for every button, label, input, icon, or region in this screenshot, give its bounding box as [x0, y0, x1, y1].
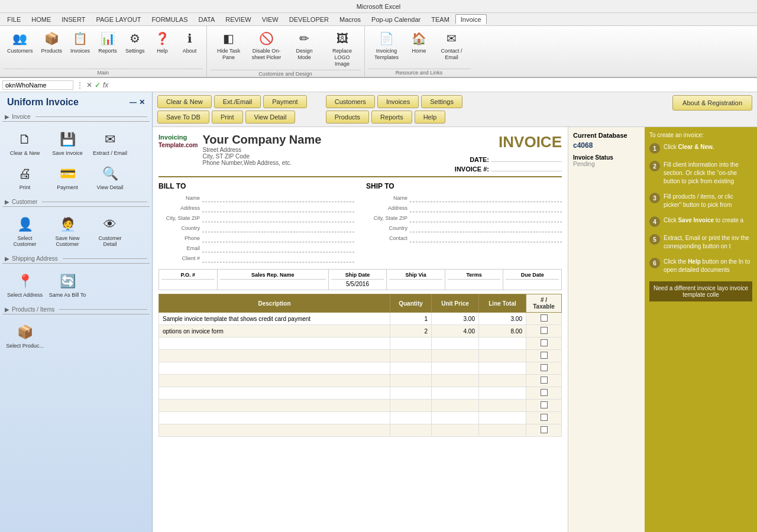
menu-data[interactable]: DATA: [194, 15, 220, 24]
taxable-checkbox-3[interactable]: [541, 339, 548, 346]
sidebar-invoice-collapse-icon[interactable]: ▶: [5, 113, 9, 120]
bill-city-label: City, State ZIP: [158, 215, 200, 221]
main-layout: Uniform Invoice — ✕ ▶ Invoice 🗋 Clear & …: [0, 92, 757, 532]
toolbar-help-btn[interactable]: Help: [415, 111, 446, 124]
sidebar-minimize-icon[interactable]: —: [130, 98, 137, 106]
taxable-checkbox-2[interactable]: [541, 327, 548, 334]
sidebar-products-items-header: ▶ Products / Items: [2, 305, 150, 314]
bill-email-field[interactable]: [202, 244, 354, 252]
bill-phone-field[interactable]: [202, 234, 354, 242]
menu-macros[interactable]: Macros: [335, 15, 365, 24]
menu-file[interactable]: FILE: [2, 15, 25, 24]
taxable-checkbox-6[interactable]: [541, 377, 548, 384]
bill-city-field[interactable]: [202, 214, 354, 222]
sidebar-item-print[interactable]: 🖨 Print: [5, 161, 45, 193]
sidebar-item-select-address[interactable]: 📍 Select Address: [5, 268, 45, 300]
sidebar-section-shipping: ▶ Shipping Address 📍 Select Address 🔄 Sa…: [2, 254, 150, 303]
sidebar-item-customer-detail[interactable]: 👁 Customer Detail: [90, 212, 130, 249]
bill-country-field[interactable]: [202, 224, 354, 232]
menu-home[interactable]: HOME: [27, 15, 56, 24]
toolbar-invoices-btn[interactable]: Invoices: [377, 95, 419, 108]
ship-address-field[interactable]: [410, 204, 562, 212]
taxable-checkbox-10[interactable]: [541, 426, 548, 433]
ribbon-products-btn[interactable]: 📦 Products: [38, 27, 66, 67]
toolbar-view-detail-btn[interactable]: View Detail: [245, 111, 296, 124]
sidebar-item-same-as-bill[interactable]: 🔄 Same As Bill To: [47, 268, 88, 300]
step-2-num: 2: [649, 161, 660, 171]
taxable-checkbox-5[interactable]: [541, 364, 548, 371]
menu-developer[interactable]: DEVELOPER: [284, 15, 334, 24]
ribbon-reports-label: Reports: [98, 48, 117, 54]
ribbon-products-label: Products: [41, 48, 63, 54]
ribbon-design-mode-btn[interactable]: ✏ Design Mode: [286, 27, 323, 69]
toolbar-clear-new-btn[interactable]: Clear & New: [157, 95, 212, 108]
sidebar-item-clear-new[interactable]: 🗋 Clear & New: [5, 126, 45, 158]
bill-address-field[interactable]: [202, 204, 354, 212]
ribbon-invoicing-templates-btn[interactable]: 📄 Invoicing Templates: [368, 27, 405, 67]
toolbar-print-btn[interactable]: Print: [212, 111, 243, 124]
sidebar-item-save-invoice[interactable]: 💾 Save Invoice: [47, 126, 88, 158]
step-3-num: 3: [649, 193, 660, 203]
ribbon-settings-btn[interactable]: ⚙ Settings: [122, 27, 148, 67]
sidebar-item-select-customer[interactable]: 👤 Select Customer: [5, 212, 45, 249]
taxable-checkbox-4[interactable]: [541, 352, 548, 359]
toolbar-save-to-db-btn[interactable]: Save To DB: [157, 111, 209, 124]
toolbar-payment-btn[interactable]: Payment: [263, 95, 306, 108]
toolbar-about-registration-btn[interactable]: About & Registration: [672, 95, 752, 111]
menu-invoice[interactable]: Invoice: [455, 14, 487, 24]
menu-popup-calendar[interactable]: Pop-up Calendar: [367, 15, 425, 24]
menu-team[interactable]: TEAM: [426, 15, 454, 24]
formula-function-icon[interactable]: fx: [103, 81, 108, 89]
menu-view[interactable]: VIEW: [257, 15, 283, 24]
line-item-row-6: [159, 375, 562, 387]
ribbon-reports-btn[interactable]: 📊 Reports: [95, 27, 121, 67]
ribbon-about-btn[interactable]: ℹ About: [177, 27, 203, 67]
toolbar-settings-btn[interactable]: Settings: [421, 95, 462, 108]
sidebar-products-items-collapse-icon[interactable]: ▶: [5, 306, 9, 313]
ribbon-hide-task-pane-btn[interactable]: ◧ Hide Task Pane: [211, 27, 247, 69]
menu-page-layout[interactable]: PAGE LAYOUT: [91, 15, 145, 24]
ribbon-invoices-btn[interactable]: 📋 Invoices: [67, 27, 93, 67]
po-val-ship-date: 5/5/2016: [331, 281, 384, 287]
ribbon-customers-btn[interactable]: 👥 Customers: [4, 27, 37, 67]
toolbar-customers-btn[interactable]: Customers: [326, 95, 375, 108]
ribbon-replace-logo-btn[interactable]: 🖼 Replace LOGO Image: [324, 27, 361, 69]
sidebar-item-view-detail[interactable]: 🔍 View Detail: [90, 161, 130, 193]
taxable-checkbox-8[interactable]: [541, 401, 548, 408]
ship-name-field[interactable]: [410, 194, 562, 202]
toolbar-reports-btn[interactable]: Reports: [371, 111, 412, 124]
ribbon-help-btn[interactable]: ❓ Help: [150, 27, 176, 67]
taxable-checkbox-1[interactable]: [541, 314, 548, 322]
sidebar-close-icon[interactable]: ✕: [139, 98, 145, 106]
taxable-checkbox-7[interactable]: [541, 389, 548, 396]
ribbon-home-btn[interactable]: 🏠 Home: [406, 27, 432, 67]
name-box[interactable]: [2, 80, 73, 90]
sidebar-item-extract-email[interactable]: ✉ Extract / Email: [90, 126, 130, 158]
toolbar-products-btn[interactable]: Products: [326, 111, 369, 124]
formula-input[interactable]: [111, 81, 755, 89]
toolbar-ext-email-btn[interactable]: Ext./Email: [214, 95, 261, 108]
bill-name-field[interactable]: [202, 194, 354, 202]
menu-formulas[interactable]: FORMULAS: [147, 15, 192, 24]
menu-bar: FILE HOME INSERT PAGE LAYOUT FORMULAS DA…: [0, 13, 757, 26]
line-item-row-9: [159, 412, 562, 424]
menu-review[interactable]: REVIEW: [221, 15, 255, 24]
ship-country-field[interactable]: [410, 224, 562, 232]
bill-client-field[interactable]: [202, 254, 354, 262]
ribbon-contact-email-btn[interactable]: ✉ Contact / Email: [434, 27, 470, 67]
ribbon-disable-on-sheet-btn[interactable]: 🚫 Disable On-sheet Picker: [248, 27, 285, 69]
content-area: Clear & New Ext./Email Payment Save To D…: [153, 92, 757, 532]
ship-contact-field[interactable]: [410, 234, 562, 242]
step-2: 2 Fill client information into the secti…: [649, 161, 752, 186]
sidebar-item-payment[interactable]: 💳 Payment: [47, 161, 88, 193]
ship-city-field[interactable]: [410, 214, 562, 222]
formula-confirm-icon[interactable]: ✓: [95, 81, 101, 89]
sidebar-shipping-collapse-icon[interactable]: ▶: [5, 255, 9, 262]
formula-cancel-icon[interactable]: ✕: [86, 81, 92, 89]
taxable-checkbox-9[interactable]: [541, 414, 548, 421]
po-row: P.O. # Sales Rep. Name Ship Date 5/5/201…: [158, 269, 562, 290]
sidebar-item-select-product[interactable]: 📦 Select Produc...: [5, 319, 45, 351]
sidebar-item-save-new-customer[interactable]: 🧑‍💼 Save New Customer: [47, 212, 88, 249]
menu-insert[interactable]: INSERT: [57, 15, 90, 24]
sidebar-customer-collapse-icon[interactable]: ▶: [5, 199, 9, 205]
